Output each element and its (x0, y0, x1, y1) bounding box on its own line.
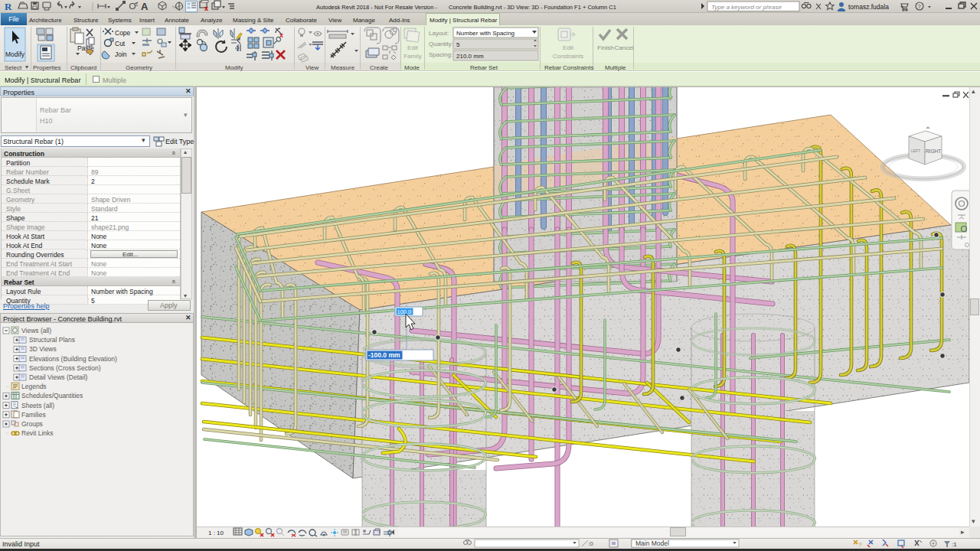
svg-text:x: x (204, 5, 208, 12)
svg-text:Sections (Cross Section): Sections (Cross Section) (29, 364, 101, 372)
svg-text:Structural Plans: Structural Plans (29, 336, 75, 344)
svg-text:Cut: Cut (115, 40, 126, 47)
svg-text:Schedules/Quantities: Schedules/Quantities (21, 392, 83, 399)
svg-text:Number with Spacing: Number with Spacing (456, 30, 514, 37)
svg-text:Detail Views (Detail): Detail Views (Detail) (29, 373, 88, 381)
svg-text::1: :1 (952, 541, 957, 548)
svg-text:Join: Join (115, 51, 127, 58)
svg-text:Legends: Legends (21, 383, 47, 390)
svg-text:?: ? (918, 3, 921, 10)
svg-text:Layout:: Layout: (429, 30, 449, 37)
svg-text:3D Views: 3D Views (29, 345, 57, 353)
svg-text:5: 5 (456, 41, 460, 48)
svg-text:Families: Families (21, 411, 46, 419)
svg-text:Finish: Finish (597, 44, 613, 51)
svg-text:Main Model: Main Model (635, 540, 669, 547)
svg-text:A: A (141, 1, 149, 12)
svg-text:Cancel: Cancel (615, 44, 634, 51)
svg-text:100.0: 100.0 (397, 308, 412, 315)
svg-text:Family: Family (403, 53, 422, 60)
svg-text:Groups: Groups (21, 420, 43, 428)
svg-text:1: 1 (136, 2, 139, 7)
svg-text:Modify: Modify (5, 51, 25, 58)
svg-text:Constraints: Constraints (553, 53, 583, 60)
svg-text:Spacing:: Spacing: (429, 51, 452, 58)
svg-text:Revit Links: Revit Links (21, 429, 54, 437)
svg-text:Views (all): Views (all) (21, 327, 51, 334)
svg-text:LEFT: LEFT (911, 148, 920, 153)
svg-text:Edit: Edit (563, 44, 574, 51)
svg-text:Sheets (all): Sheets (all) (21, 402, 54, 409)
svg-text:210.0 mm: 210.0 mm (456, 53, 484, 60)
svg-text:Type a keyword or phrase: Type a keyword or phrase (711, 4, 782, 11)
svg-text:RIGHT: RIGHT (926, 148, 941, 154)
svg-text:R: R (5, 1, 12, 12)
svg-text:Edit: Edit (407, 44, 419, 51)
svg-text:Elevations (Building Elevation: Elevations (Building Elevation) (29, 355, 117, 363)
svg-text:Quantity:: Quantity: (429, 41, 453, 47)
svg-text::0: :0 (588, 540, 593, 547)
svg-text:Cope: Cope (115, 29, 131, 37)
svg-text:-100.0 mm: -100.0 mm (368, 351, 400, 359)
svg-text:?: ? (858, 541, 862, 548)
svg-text:tomasz.fudala: tomasz.fudala (848, 3, 889, 11)
